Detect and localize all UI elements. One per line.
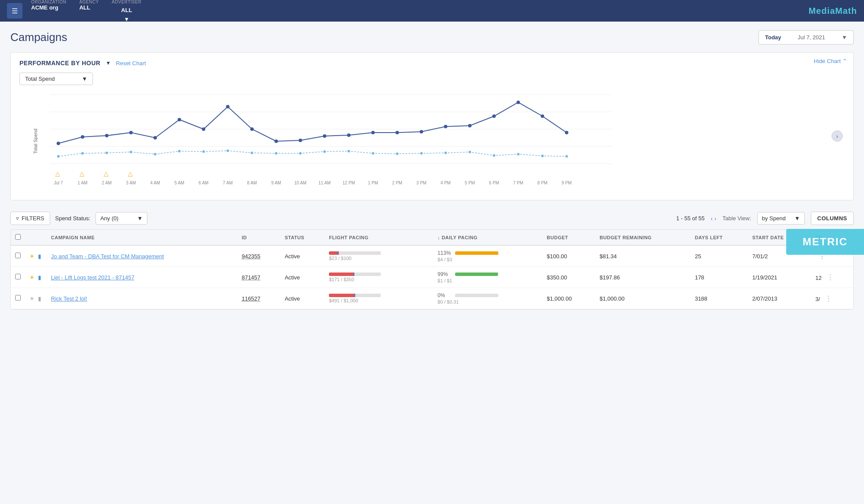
row-actions-menu[interactable]: ⋮ (827, 274, 834, 281)
svg-point-41 (275, 152, 277, 155)
metric-label: Total Spend (25, 76, 55, 82)
daily-pacing-pct: 113% (437, 250, 453, 256)
daily-pacing-cell: 99% $1 / $1 (433, 267, 542, 288)
svg-point-25 (420, 130, 423, 133)
sun-icon[interactable]: ☀ (29, 274, 35, 281)
svg-point-22 (347, 133, 351, 137)
svg-text:7 PM: 7 PM (513, 181, 523, 185)
row-checkbox-cell[interactable] (11, 245, 25, 267)
col-id[interactable]: ID (237, 230, 280, 245)
svg-point-11 (81, 135, 84, 139)
chart-svg: $0.2 $0.15 $0.1 $0.05 $0 (45, 89, 616, 189)
row-checkbox-cell[interactable] (11, 288, 25, 309)
row-actions-menu[interactable]: ⋮ (825, 295, 832, 302)
campaign-name-link[interactable]: Rick Test 2 lol! (51, 295, 87, 302)
daily-pacing-bar: 113% $4 / $3 (437, 250, 538, 262)
daily-progress-bg (455, 294, 498, 297)
svg-text:9 AM: 9 AM (271, 181, 281, 185)
table-view-value: by Spend (762, 215, 786, 222)
col-daily-pacing[interactable]: ↓ DAILY PACING (433, 230, 542, 245)
campaign-name-link[interactable]: Liel - Lift Logs test 2021 - 871457 (51, 274, 134, 281)
col-campaign-name[interactable]: CAMPAIGN NAME (47, 230, 237, 245)
svg-point-31 (565, 131, 568, 134)
daily-pacing-pct: 99% (437, 271, 453, 277)
flight-pacing-bar: $491 / $1,000 (329, 294, 429, 303)
svg-point-53 (565, 155, 568, 158)
pagination-prev-button[interactable]: ‹ (711, 215, 713, 222)
agency-label: AGENCY (79, 0, 99, 4)
date-value: Jul 7, 2021 (797, 34, 825, 41)
col-budget[interactable]: BUDGET (542, 230, 595, 245)
chart-bar-icon[interactable]: ▮ (38, 253, 41, 260)
svg-point-17 (226, 105, 230, 108)
metric-selector[interactable]: Total Spend ▼ (19, 73, 93, 85)
nav-advertiser-item[interactable]: ADVERTISER ALL ▼ (112, 0, 142, 22)
select-all-checkbox-cell[interactable] (11, 230, 25, 245)
table-body: ☀ ▮ Jo and Team - DBA Test for CM Manage… (11, 245, 853, 309)
campaign-id: 871457 (242, 274, 260, 281)
svg-point-50 (493, 154, 495, 157)
table-view-chevron-icon: ▼ (794, 215, 800, 222)
columns-button[interactable]: COLUMNS (811, 212, 854, 225)
pagination-next-button[interactable]: › (714, 215, 717, 222)
row-checkbox-cell[interactable] (11, 267, 25, 288)
svg-point-18 (250, 127, 254, 131)
hide-chart-button[interactable]: Hide Chart ⌃ (814, 58, 847, 64)
nav-agency-item: AGENCY ALL (79, 0, 99, 22)
flight-pacing-sub: $171 / $350 (329, 277, 429, 282)
svg-point-38 (202, 150, 205, 153)
filters-right: 1 - 55 of 55 ‹ › Table View: by Spend ▼ … (676, 212, 854, 225)
svg-point-23 (371, 131, 375, 134)
daily-pacing-sub: $1 / $1 (437, 278, 538, 283)
col-status[interactable]: STATUS (281, 230, 325, 245)
date-picker[interactable]: Today Jul 7, 2021 ▼ (759, 30, 854, 44)
chart-section: Hide Chart ⌃ PERFORMANCE BY HOUR ▼ Reset… (10, 52, 854, 200)
svg-point-32 (57, 155, 60, 158)
hamburger-button[interactable]: ☰ (7, 3, 22, 19)
table-view-label: Table View: (723, 215, 751, 222)
chart-dropdown-icon[interactable]: ▼ (105, 60, 111, 66)
col-days-left[interactable]: DAYS LEFT (691, 230, 748, 245)
svg-point-34 (105, 152, 108, 154)
filters-button[interactable]: ▿ FILTERS (10, 212, 50, 225)
org-label: ORGANIZATION (31, 0, 66, 4)
svg-point-43 (323, 150, 326, 153)
svg-text:△: △ (128, 170, 133, 177)
row-checkbox[interactable] (15, 295, 21, 301)
sun-icon[interactable]: ☀ (29, 295, 35, 302)
nav-org-item: ORGANIZATION ACME org (31, 0, 66, 22)
svg-point-37 (178, 150, 181, 152)
budget-cell: $350.00 (542, 267, 595, 288)
spend-status-value: Any (0) (100, 215, 118, 222)
reset-chart-button[interactable]: Reset Chart (116, 60, 146, 67)
budget-remaining-cell: $1,000.00 (595, 288, 690, 309)
svg-point-48 (444, 152, 447, 154)
chart-scroll-right-button[interactable]: › (832, 130, 843, 142)
svg-point-47 (420, 152, 423, 155)
spend-status-select[interactable]: Any (0) ▼ (96, 212, 147, 225)
chart-container: Total Spend $0.2 $0.15 $0.1 $0.05 $0 (19, 89, 845, 193)
campaigns-table: CAMPAIGN NAME ID STATUS FLIGHT PACING ↓ … (11, 230, 853, 309)
campaign-name-link[interactable]: Jo and Team - DBA Test for CM Management (51, 253, 164, 260)
row-checkbox[interactable] (15, 253, 21, 258)
pagination-arrows: ‹ › (711, 215, 716, 222)
filters-bar: ▿ FILTERS Spend Status: Any (0) ▼ 1 - 55… (10, 207, 854, 229)
row-checkbox[interactable] (15, 274, 21, 279)
chart-bar-icon[interactable]: ▮ (38, 274, 41, 281)
budget-cell: $100.00 (542, 245, 595, 267)
col-budget-remaining[interactable]: BUDGET REMAINING (595, 230, 690, 245)
col-flight-pacing[interactable]: FLIGHT PACING (325, 230, 433, 245)
table-view-select[interactable]: by Spend ▼ (757, 212, 805, 225)
flight-pacing-sub: $491 / $1,000 (329, 298, 429, 303)
chart-bar-icon[interactable]: ▮ (38, 295, 41, 302)
campaign-id: 116527 (242, 295, 260, 302)
svg-text:2 AM: 2 AM (102, 181, 112, 185)
sun-icon[interactable]: ☀ (29, 253, 35, 260)
end-date-value: 12 (815, 275, 821, 281)
select-all-checkbox[interactable] (15, 234, 21, 240)
start-date-cell: 2/07/2013 (748, 288, 811, 309)
svg-point-44 (348, 150, 350, 152)
pagination-info: 1 - 55 of 55 (676, 215, 705, 222)
nav-org-section: ORGANIZATION ACME org AGENCY ALL ADVERTI… (31, 0, 809, 22)
start-date-cell: 1/19/2021 (748, 267, 811, 288)
